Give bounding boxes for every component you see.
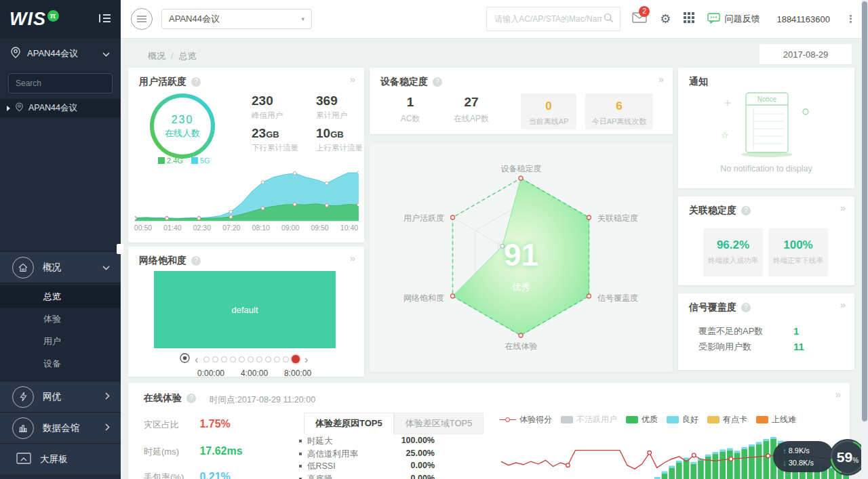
sidebar-search-input[interactable] xyxy=(8,73,113,93)
collapse-sidebar-icon[interactable] xyxy=(99,14,111,26)
radar-axis-label: 关联稳定度 xyxy=(597,213,638,224)
carousel-dot-active[interactable] xyxy=(292,355,300,363)
sidebar-item-overview-section[interactable]: 概况 xyxy=(0,251,121,283)
stat-peak-users: 230 峰值用户 xyxy=(252,93,314,121)
venue-select-dropdown[interactable]: APAN44会议 ▾ xyxy=(161,9,312,29)
help-icon[interactable]: ? xyxy=(186,394,196,403)
window-scrollbar xyxy=(861,0,868,479)
wis-logo: WISπ xyxy=(9,10,59,28)
sidebar-item-data-hall[interactable]: 数据会馆 xyxy=(0,412,121,443)
carousel-dot[interactable] xyxy=(212,356,218,362)
carousel-dot[interactable] xyxy=(221,356,227,362)
scrollbar-thumb[interactable] xyxy=(862,1,867,421)
menu-item-label: 网优 xyxy=(43,391,61,403)
legend-hard-to-connect[interactable]: 上线难 xyxy=(756,414,796,425)
radar-axis-label: 在线体验 xyxy=(370,341,673,352)
carousel-prev-icon[interactable]: ‹ xyxy=(195,354,199,365)
breadcrumb-overview[interactable]: 概况 xyxy=(148,51,165,61)
carousel-dot[interactable] xyxy=(256,356,262,362)
tree-item-label: APAN44会议 xyxy=(28,102,77,114)
card-title: 关联稳定度 xyxy=(689,205,736,217)
help-icon[interactable]: ? xyxy=(191,77,201,87)
expand-icon[interactable]: » xyxy=(835,388,841,400)
card-title: 信号覆盖度 xyxy=(689,301,736,314)
carousel-timeline: 0:00:004:00:008:00:00 xyxy=(197,369,311,378)
tree-expand-arrow-icon[interactable] xyxy=(7,106,10,111)
logo-pi-badge: π xyxy=(47,10,59,22)
gear-icon[interactable]: ⚙ xyxy=(660,13,671,25)
feedback-label: 问题反馈 xyxy=(724,13,760,25)
legend-5g[interactable]: 5G xyxy=(191,157,210,165)
search-icon[interactable] xyxy=(604,13,614,26)
legend-2-4g[interactable]: 2.4G xyxy=(158,157,183,165)
empty-notice-text: No notification to display xyxy=(678,164,854,173)
apps-grid-icon[interactable] xyxy=(684,12,694,26)
expand-icon[interactable]: » xyxy=(350,252,355,264)
sidebar-item-devices[interactable]: 设备 xyxy=(0,352,121,375)
stat-access-success-rate: 96.2% 终端接入成功率 xyxy=(703,228,763,276)
tab-bad-experience-reasons[interactable]: 体验差原因TOP5 xyxy=(304,413,394,434)
sidebar-item-users[interactable]: 用户 xyxy=(0,330,121,352)
percent-unit: % xyxy=(852,457,859,464)
line-marker-icon xyxy=(500,417,516,423)
page-content: 概况/总览 2017-08-29 用户活跃度? » 230 在线人数 xyxy=(121,39,868,479)
arrow-down-icon: ↓ xyxy=(783,459,787,467)
reason-row: 时延大100.00% xyxy=(299,436,435,449)
stat-latency: 时延(ms) 17.62ms xyxy=(144,445,243,461)
date-picker[interactable]: 2017-08-29 xyxy=(760,44,852,64)
sidebar-item-experience[interactable]: 体验 xyxy=(0,308,121,330)
experience-timestamp: 时间点:2017-08-29 11:20:00 xyxy=(210,394,315,406)
saturation-heat-block[interactable]: default xyxy=(154,271,336,348)
hamburger-menu-icon[interactable] xyxy=(131,8,153,30)
user-activity-area-chart[interactable] xyxy=(135,171,359,222)
legend-excellent[interactable]: 优质 xyxy=(626,414,658,425)
carousel-dot[interactable] xyxy=(248,356,254,362)
panel-drag-handle[interactable] xyxy=(117,244,123,254)
sidebar-tree-item-venue[interactable]: APAN44会议 xyxy=(0,99,121,117)
sidebar-item-network-optimization[interactable]: 网优 xyxy=(0,381,121,412)
sidebar-venue-selector[interactable]: APAN44会议 xyxy=(0,39,121,68)
radar-axis-label: 设备稳定度 xyxy=(370,163,673,175)
carousel-dot[interactable] xyxy=(283,356,289,362)
carousel-dot[interactable] xyxy=(274,356,280,362)
global-search-box xyxy=(486,7,620,31)
global-search-input[interactable] xyxy=(493,14,604,24)
carousel-dots xyxy=(203,355,300,363)
help-icon[interactable]: ? xyxy=(741,303,751,312)
legend-score[interactable]: 体验得分 xyxy=(500,414,552,425)
online-users-donut: 230 在线人数 xyxy=(144,88,220,164)
more-options-icon[interactable]: ⋮ xyxy=(846,13,856,25)
card-signal-coverage: 信号覆盖度? » 覆盖不足的AP数 1 受影响用户数 11 xyxy=(678,293,854,370)
sidebar-item-summary[interactable]: 总览 xyxy=(0,285,121,308)
menu-item-label: 数据会馆 xyxy=(43,422,79,434)
app-window: WISπ APAN44会议 APAN44会议 xyxy=(0,0,868,479)
breadcrumb-summary[interactable]: 总览 xyxy=(179,51,197,61)
mail-icon[interactable]: 2 xyxy=(632,12,647,26)
expand-icon[interactable]: » xyxy=(840,202,846,213)
stat-downlink-traffic: 23GB 下行累计流量 xyxy=(252,126,314,153)
legend-laggy[interactable]: 有点卡 xyxy=(707,414,747,425)
carousel-next-icon[interactable]: › xyxy=(304,354,309,365)
play-icon[interactable] xyxy=(180,353,190,366)
user-phone-number[interactable]: 18841163600 xyxy=(776,14,830,24)
legend-inactive-users[interactable]: 不活跃用户 xyxy=(561,414,617,425)
legend-good[interactable]: 良好 xyxy=(667,414,698,425)
feedback-button[interactable]: 问题反馈 xyxy=(707,13,760,26)
location-pin-icon xyxy=(11,47,20,60)
tab-bad-experience-areas[interactable]: 体验差区域TOP5 xyxy=(394,413,484,434)
sidebar-item-big-screen[interactable]: 大屏板 xyxy=(0,443,121,474)
help-icon[interactable]: ? xyxy=(741,206,751,215)
carousel-dot[interactable] xyxy=(239,356,245,362)
carousel-dot[interactable] xyxy=(230,356,236,362)
expand-icon[interactable]: » xyxy=(658,73,664,85)
expand-icon[interactable]: » xyxy=(840,299,846,310)
sidebar-search xyxy=(0,68,121,99)
expand-icon[interactable]: » xyxy=(350,73,355,85)
carousel-dot[interactable] xyxy=(265,356,271,362)
carousel-dot[interactable] xyxy=(203,356,210,362)
help-icon[interactable]: ? xyxy=(191,256,201,266)
online-users-label: 在线人数 xyxy=(165,127,200,140)
radar-axis-label: 网络饱和度 xyxy=(390,293,444,304)
help-icon[interactable]: ? xyxy=(433,77,442,87)
card-online-experience: 在线体验? 时间点:2017-08-29 11:20:00 » 灾区占比 1.7… xyxy=(128,383,850,479)
